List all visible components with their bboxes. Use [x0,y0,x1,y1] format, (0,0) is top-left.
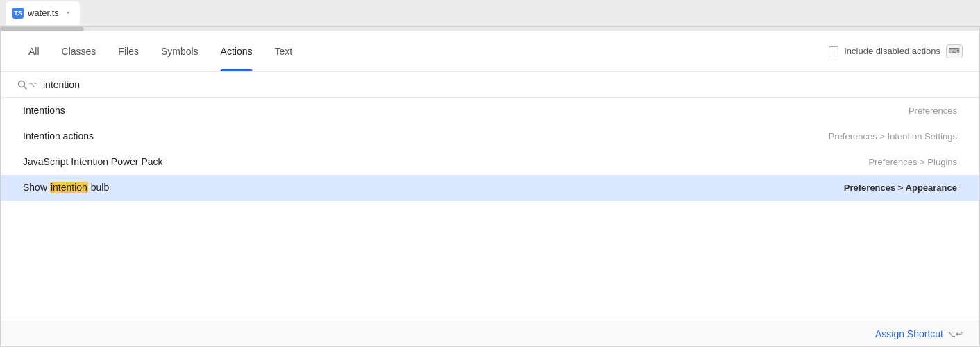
tabs-row-right: Include disabled actions ⌨ [829,44,963,58]
footer-row: Assign Shortcut ⌥↩ [1,321,979,346]
svg-line-1 [24,87,27,90]
result-label: Show intention bulb [23,182,109,193]
top-tab-bar: TS water.ts × [0,0,980,26]
file-tab-name: water.ts [28,8,59,18]
result-intentions[interactable]: Intentions Preferences [1,98,979,124]
keyboard-shortcut-btn[interactable]: ⌨ [946,44,963,58]
main-panel: All Classes Files Symbols Actions Text I… [0,26,980,347]
results-list: Intentions Preferences Intention actions… [1,98,979,321]
tab-classes[interactable]: Classes [51,31,108,71]
result-path: Preferences > Intention Settings [829,131,957,142]
result-path: Preferences > Plugins [868,157,957,167]
tabs-row: All Classes Files Symbols Actions Text I… [1,31,979,72]
result-path: Preferences [909,105,957,116]
result-show-intention-bulb[interactable]: Show intention bulb Preferences > Appear… [1,175,979,201]
search-mode-indicator: ⌥ [28,81,37,90]
search-icon: ⌥ [17,80,37,90]
tab-text[interactable]: Text [264,31,304,71]
result-js-intention[interactable]: JavaScript Intention Power Pack Preferen… [1,149,979,175]
file-tab[interactable]: TS water.ts × [6,1,80,25]
search-input[interactable] [43,79,963,90]
result-label: Intention actions [23,130,94,142]
search-row: ⌥ [1,72,979,98]
highlight-text: intention [50,182,88,193]
result-label: JavaScript Intention Power Pack [23,156,163,167]
tab-actions[interactable]: Actions [210,31,264,71]
result-label: Intentions [23,105,65,116]
tab-close-button[interactable]: × [63,8,73,18]
ts-icon: TS [12,8,24,19]
result-intention-actions[interactable]: Intention actions Preferences > Intentio… [1,124,979,149]
shortcut-hint: ⌥↩ [946,329,963,339]
tab-symbols[interactable]: Symbols [150,31,210,71]
result-path: Preferences > Appearance [844,183,957,193]
tab-files[interactable]: Files [107,31,150,71]
include-disabled-checkbox[interactable] [829,46,838,56]
include-disabled-label[interactable]: Include disabled actions [829,46,940,56]
tab-all[interactable]: All [17,31,51,71]
assign-shortcut-button[interactable]: Assign Shortcut ⌥↩ [875,328,963,339]
